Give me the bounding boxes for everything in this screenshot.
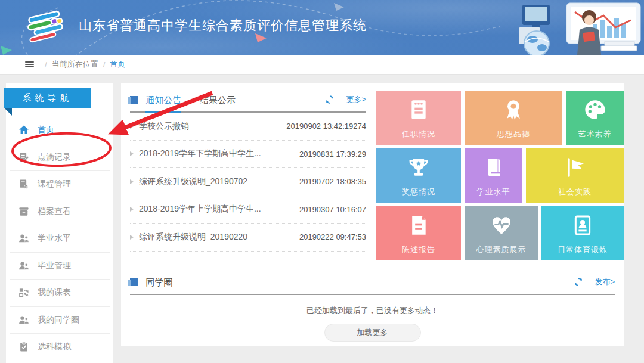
caret-right-icon bbox=[130, 235, 134, 240]
report-icon bbox=[407, 213, 431, 237]
tile-awards[interactable]: 奖惩情况 bbox=[376, 148, 461, 203]
publish-link[interactable]: 发布> bbox=[595, 277, 615, 287]
panel-square-icon bbox=[130, 278, 138, 286]
refresh-icon[interactable] bbox=[325, 95, 335, 104]
menu-toggle-icon[interactable] bbox=[25, 61, 34, 68]
tile-label: 学业水平 bbox=[465, 187, 522, 197]
sidebar-item-label: 点滴记录 bbox=[38, 152, 71, 163]
clipboard-check-icon bbox=[18, 341, 30, 353]
sidebar-item-label: 课程管理 bbox=[38, 179, 71, 190]
sidebar-title-banner: 系统导航 bbox=[4, 88, 91, 108]
app-logo-icon bbox=[23, 9, 74, 45]
sidebar-item-label: 毕业管理 bbox=[38, 260, 71, 271]
flag-icon bbox=[563, 156, 587, 179]
notice-panel: 通知公告 结果公示 更多> 学校公示撤销 20190902 13:42:1927… bbox=[130, 93, 366, 252]
tile-psychology[interactable]: 心理素质展示 bbox=[465, 206, 538, 260]
roster-icon bbox=[407, 98, 431, 122]
tile-report[interactable]: 陈述报告 bbox=[376, 206, 461, 260]
classmate-circle-panel: 同学圈 发布> 已经加载到最后了，已没有更多动态！ 加载更多 bbox=[130, 275, 615, 342]
sidebar-item-archive[interactable]: 档案查看 bbox=[10, 198, 110, 226]
sidebar-item-records[interactable]: 点滴记录 bbox=[10, 144, 110, 172]
notice-title: 综评系统升级说明_20190702 bbox=[139, 176, 295, 187]
tile-social[interactable]: 社会实践 bbox=[526, 148, 624, 203]
sidebar-item-courses[interactable]: 课程管理 bbox=[10, 171, 110, 198]
notice-time: 20190307 10:16:07 bbox=[299, 205, 366, 214]
sidebar-item-classmate-circle[interactable]: 我的同学圈 bbox=[10, 307, 110, 334]
notice-row[interactable]: 2018-2019学年上学期高中学生... 20190307 10:16:07 bbox=[130, 196, 366, 224]
sidebar-item-label: 档案查看 bbox=[38, 206, 71, 217]
circle-panel-title: 同学圈 bbox=[145, 275, 172, 295]
paper-plane-pink-icon bbox=[255, 33, 267, 42]
course-manage-icon bbox=[18, 178, 30, 190]
home-icon bbox=[18, 124, 30, 136]
notice-title: 综评系统升级说明_20190220 bbox=[139, 232, 295, 243]
heart-pulse-icon bbox=[490, 213, 513, 237]
sidebar-item-academic-level[interactable]: 学业水平 bbox=[10, 225, 110, 253]
circle-panel-header: 同学圈 发布> bbox=[130, 275, 615, 295]
note-edit-icon bbox=[18, 151, 30, 163]
app-title: 山东省普通高中学生综合素质评价信息管理系统 bbox=[79, 17, 367, 35]
sidebar-item-graduation[interactable]: 毕业管理 bbox=[10, 253, 110, 280]
notice-time: 20190702 18:08:35 bbox=[299, 177, 366, 186]
sidebar-item-timetable[interactable]: 我的课表 bbox=[10, 280, 110, 307]
tile-label: 奖惩情况 bbox=[376, 187, 461, 197]
people-icon bbox=[18, 260, 30, 272]
tile-academic[interactable]: 学业水平 bbox=[465, 148, 522, 203]
sidebar-item-label: 我的课表 bbox=[38, 287, 71, 298]
caret-right-icon bbox=[130, 124, 134, 129]
empty-feed-message: 已经加载到最后了，已没有更多动态！ bbox=[130, 305, 615, 316]
book-icon bbox=[482, 156, 506, 179]
paper-plane-teal-icon bbox=[1, 46, 12, 55]
notice-row[interactable]: 2018-2019学年下学期高中学生... 20190831 17:39:29 bbox=[130, 141, 366, 169]
medal-icon bbox=[501, 98, 525, 122]
caret-right-icon bbox=[130, 151, 134, 156]
refresh-icon[interactable] bbox=[574, 277, 583, 287]
notice-title: 2018-2019学年下学期高中学生... bbox=[139, 148, 295, 159]
notice-row[interactable]: 综评系统升级说明_20190220 20190222 09:47:53 bbox=[130, 224, 366, 252]
more-link[interactable]: 更多> bbox=[346, 94, 366, 105]
breadcrumb: / 当前所在位置 / 首页 bbox=[0, 55, 644, 75]
tile-label: 心理素质展示 bbox=[465, 244, 538, 255]
sidebar: 系统导航 首页 点滴记录 课程管理 档案查看 学业水平 bbox=[6, 83, 113, 363]
notice-time: 20190831 17:39:29 bbox=[299, 150, 366, 159]
tab-results[interactable]: 结果公示 bbox=[200, 93, 236, 113]
breadcrumb-location-label: 当前所在位置 bbox=[52, 59, 98, 70]
people-icon bbox=[18, 314, 30, 326]
notice-time: 20190902 13:42:19274 bbox=[286, 122, 366, 131]
sidebar-item-home[interactable]: 首页 bbox=[10, 117, 110, 144]
header-divider bbox=[340, 95, 340, 104]
notice-panel-header: 通知公告 结果公示 更多> bbox=[130, 93, 366, 113]
paper-plane-gray-icon bbox=[334, 3, 344, 11]
sidebar-item-label: 学业水平 bbox=[38, 233, 71, 244]
timetable-icon bbox=[18, 287, 30, 299]
panel-square-icon bbox=[130, 96, 138, 104]
caret-right-icon bbox=[130, 207, 134, 212]
tile-label: 艺术素养 bbox=[566, 129, 624, 139]
tile-sport[interactable]: 日常体育锻炼 bbox=[541, 206, 624, 260]
sport-card-icon bbox=[571, 213, 595, 237]
tile-label: 日常体育锻炼 bbox=[541, 244, 624, 255]
tile-roster[interactable]: 任职情况 bbox=[376, 91, 461, 145]
sidebar-nav: 首页 点滴记录 课程管理 档案查看 学业水平 毕业管理 bbox=[6, 117, 113, 361]
notice-row[interactable]: 学校公示撤销 20190902 13:42:19274 bbox=[130, 113, 366, 141]
tile-art[interactable]: 艺术素养 bbox=[566, 91, 624, 145]
caret-right-icon bbox=[130, 179, 134, 184]
tile-label: 社会实践 bbox=[526, 187, 624, 197]
sidebar-banner-fold bbox=[4, 108, 12, 116]
people-icon bbox=[18, 232, 30, 244]
tab-notices[interactable]: 通知公告 bbox=[145, 93, 181, 113]
header-divider bbox=[589, 278, 589, 286]
sidebar-item-subject-simulation[interactable]: 选科模拟 bbox=[10, 334, 110, 361]
archive-box-icon bbox=[18, 206, 30, 218]
tile-label: 任职情况 bbox=[376, 129, 461, 139]
notice-time: 20190222 09:47:53 bbox=[299, 232, 366, 241]
notice-row[interactable]: 综评系统升级说明_20190702 20190702 18:08:35 bbox=[130, 168, 366, 196]
tile-moral[interactable]: 思想品德 bbox=[465, 91, 562, 145]
page: 山东省普通高中学生综合素质评价信息管理系统 bbox=[0, 0, 644, 363]
load-more-button[interactable]: 加载更多 bbox=[324, 324, 421, 342]
sidebar-item-label: 我的同学圈 bbox=[38, 315, 79, 325]
breadcrumb-current-page[interactable]: 首页 bbox=[110, 59, 125, 70]
main-content: 通知公告 结果公示 更多> 学校公示撤销 20190902 13:42:1927… bbox=[121, 83, 624, 346]
tile-label: 陈述报告 bbox=[376, 244, 461, 255]
sidebar-item-label: 选科模拟 bbox=[38, 342, 71, 352]
